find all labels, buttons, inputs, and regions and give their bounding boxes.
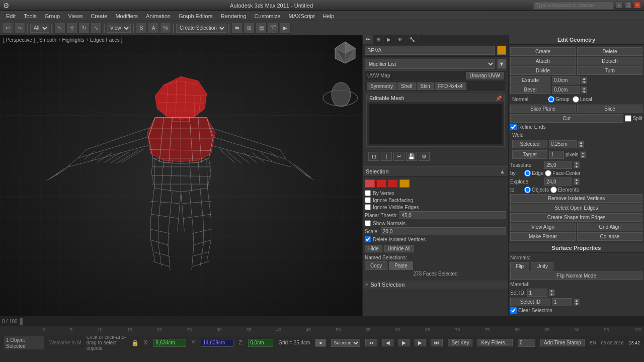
attach-btn[interactable]: Attach <box>510 57 576 65</box>
menu-maxscript[interactable]: MAXScript <box>285 12 319 20</box>
key-filters-btn[interactable]: Key Filters... <box>477 339 513 346</box>
expl-down[interactable]: ▼ <box>574 182 580 185</box>
subobj-btn2[interactable]: | <box>381 152 392 161</box>
unify-btn[interactable]: Unify <box>531 262 553 270</box>
set-id-up[interactable]: ▲ <box>549 289 555 293</box>
flip-normal-mode-btn[interactable]: Flip Normal Mode <box>510 272 642 280</box>
menu-create[interactable]: Create <box>87 12 111 20</box>
tess-down[interactable]: ▼ <box>574 165 580 168</box>
planar-thresh-input[interactable] <box>399 211 506 219</box>
subobj-btn4[interactable]: 💾 <box>406 152 417 161</box>
subobj-btn5[interactable]: ⚙ <box>419 152 430 161</box>
normal-local-opt[interactable]: Local <box>573 96 592 103</box>
move-tool[interactable]: ✛ <box>66 23 77 34</box>
y-coord-input[interactable] <box>201 339 233 347</box>
extrude-down[interactable]: ▼ <box>581 80 587 84</box>
extrude-btn[interactable]: Extrude <box>510 76 550 84</box>
mod-uvw-map[interactable]: UVW Map Unwrap UVW <box>365 71 506 81</box>
create-btn[interactable]: Create <box>510 47 576 56</box>
bevel-down[interactable]: ▼ <box>581 90 587 94</box>
play-btn[interactable]: ▶ <box>398 339 410 346</box>
modifier-list-expand[interactable]: ▼ <box>497 59 506 69</box>
set-key-btn[interactable]: Set Key <box>448 339 472 346</box>
panel-tab-hierarchy[interactable]: ⊞ <box>373 35 384 44</box>
goto-end-btn[interactable]: ⏭ <box>431 339 443 346</box>
panel-tab-modify[interactable]: ✏ <box>363 35 373 44</box>
select-open-edges-btn[interactable]: Select Open Edges <box>510 204 642 212</box>
bevel-btn[interactable]: Bevel <box>510 85 550 94</box>
detach-btn[interactable]: Detach <box>577 57 642 65</box>
view-align-btn[interactable]: View Align <box>510 223 576 231</box>
slice-plane-btn[interactable]: Slice Plane <box>510 105 576 113</box>
show-normals-check[interactable] <box>365 220 371 226</box>
prev-frame-btn[interactable]: ◀ <box>382 339 393 346</box>
selection-collapse[interactable]: ▲ <box>500 168 505 174</box>
tesselate-input[interactable] <box>544 161 572 169</box>
set-id-down[interactable]: ▼ <box>549 293 555 296</box>
face-center-radio[interactable]: Face-Center <box>545 170 581 176</box>
editable-mesh-pin[interactable]: 📌 <box>496 96 502 101</box>
panel-tab-display[interactable]: 👁 <box>394 35 406 44</box>
weld-sel-down[interactable]: ▼ <box>578 144 584 148</box>
ignore-visible-check[interactable] <box>365 204 371 210</box>
remove-isolated-btn[interactable]: Remove Isolated Vertices <box>510 194 642 203</box>
slice-btn[interactable]: Slice <box>577 105 642 113</box>
face-mode-btn[interactable] <box>388 179 398 188</box>
selection-filter[interactable]: All <box>30 24 49 33</box>
panel-tab-motion[interactable]: ▶ <box>384 35 394 44</box>
skin-btn[interactable]: Skin <box>417 82 433 90</box>
animate-toggle[interactable]: ● <box>315 339 326 347</box>
menu-group[interactable]: Group <box>41 12 64 20</box>
flip-btn[interactable]: Flip <box>510 262 529 270</box>
z-coord-input[interactable] <box>248 339 273 347</box>
symmetry-btn[interactable]: Symmetry <box>367 82 396 90</box>
menu-modifiers[interactable]: Modifiers <box>111 12 142 20</box>
subobj-btn1[interactable]: ⊡ <box>368 152 379 161</box>
toolbar-redo[interactable]: ↪ <box>14 23 25 34</box>
object-name-input[interactable] <box>365 46 495 55</box>
paste-named-btn[interactable]: Paste <box>389 261 413 270</box>
snap-toggle[interactable]: S <box>136 23 147 34</box>
scale-input[interactable] <box>381 227 506 235</box>
menu-graph-editors[interactable]: Graph Editors <box>175 12 217 20</box>
weld-tgt-down[interactable]: ▼ <box>580 155 586 158</box>
render-setup[interactable]: 🎬 <box>268 23 279 34</box>
percent-snap[interactable]: % <box>160 23 171 34</box>
weld-target-btn[interactable]: Target <box>512 150 547 159</box>
edge-mode-btn[interactable] <box>376 179 386 188</box>
copy-named-btn[interactable]: Copy <box>365 261 387 270</box>
select-tool[interactable]: ↖ <box>54 23 65 34</box>
minimize-button[interactable]: − <box>616 2 623 9</box>
mod-uvw-map-btn[interactable]: Unwrap UVW <box>466 72 504 79</box>
select-id-btn[interactable]: Select ID <box>510 298 550 306</box>
menu-customize[interactable]: Customize <box>251 12 285 20</box>
delete-btn[interactable]: Delete <box>577 47 642 56</box>
goto-start-btn[interactable]: ⏮ <box>365 339 377 346</box>
rotate-tool[interactable]: ↻ <box>78 23 90 34</box>
vertex-mode-btn[interactable] <box>365 179 375 188</box>
normal-group-opt[interactable]: Group <box>548 96 570 103</box>
set-id-input[interactable] <box>527 289 547 297</box>
extrude-input[interactable] <box>552 76 580 84</box>
menu-help[interactable]: Help <box>319 12 339 20</box>
expl-up[interactable]: ▲ <box>574 178 580 182</box>
add-timestamp-btn[interactable]: Add Time Stamp <box>540 339 585 346</box>
objects-radio[interactable]: Objects <box>524 187 549 193</box>
object-color-swatch[interactable] <box>497 46 506 55</box>
align-btn[interactable]: ⊞ <box>244 23 255 34</box>
view-select[interactable]: View <box>107 24 131 33</box>
weld-tgt-up[interactable]: ▲ <box>580 151 586 155</box>
angle-snap[interactable]: A <box>148 23 159 34</box>
weld-selected-input[interactable] <box>549 140 577 148</box>
soft-selection-row[interactable]: + Soft Selection <box>363 281 508 289</box>
refine-ends-check[interactable] <box>510 124 517 130</box>
create-selection-dropdown[interactable]: Create Selection <box>176 24 226 33</box>
by-vertex-check[interactable] <box>365 190 371 196</box>
elements-radio[interactable]: Elements <box>550 187 579 193</box>
weld-target-input[interactable] <box>549 151 564 159</box>
cut-btn[interactable]: Cut <box>510 114 623 123</box>
bevel-input[interactable] <box>552 86 580 94</box>
viewport-nav-cube[interactable] <box>333 39 358 64</box>
scale-tool[interactable]: ⤡ <box>91 23 102 34</box>
poly-mode-btn[interactable] <box>399 179 410 188</box>
